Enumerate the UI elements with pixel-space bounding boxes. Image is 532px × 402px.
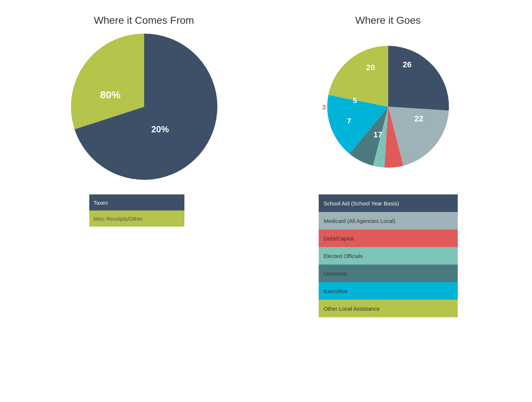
right-legend: School Aid (School Year Basis) Medicaid … [319, 194, 458, 317]
right-pie-chart: 26 20 5 3 7 17 22 [315, 34, 461, 180]
left-legend: Taxes Misc Receipts/Other [89, 194, 199, 227]
right-chart-title: Where it Goes [355, 15, 421, 26]
right-legend-item-medicaid: Medicaid (All Agencies Local) [319, 212, 458, 230]
right-legend-item-other: Other Local Assistance [319, 300, 458, 317]
left-panel: Where it Comes From 80% 20% Taxes [22, 15, 266, 387]
right-panel: Where it Goes [266, 15, 510, 387]
right-legend-label-elected: Elected Officials [324, 253, 363, 259]
right-legend-label-debt: Debt/Capital [324, 235, 354, 242]
legend-item-taxes: Taxes [89, 194, 199, 211]
legend-label-taxes: Taxes [94, 200, 108, 206]
right-legend-item-executive: Executive [319, 282, 458, 300]
right-legend-label-executive: Executive [324, 288, 348, 294]
right-legend-item-school-aid: School Aid (School Year Basis) [319, 194, 458, 212]
right-legend-item-debt: Debt/Capital [319, 230, 458, 247]
right-legend-label-school-aid: School Aid (School Year Basis) [324, 200, 399, 206]
right-legend-item-elected: Elected Officials [319, 247, 458, 265]
left-chart-title: Where it Comes From [94, 15, 194, 26]
right-legend-item-university: University [319, 265, 458, 282]
legend-item-misc: Misc Receipts/Other [89, 211, 199, 227]
legend-label-misc: Misc Receipts/Other [94, 216, 143, 222]
left-pie-chart: 80% 20% [71, 34, 217, 180]
right-legend-label-university: University [324, 270, 348, 277]
right-legend-label-medicaid: Medicaid (All Agencies Local) [324, 218, 396, 224]
right-legend-label-other: Other Local Assistance [324, 306, 380, 312]
